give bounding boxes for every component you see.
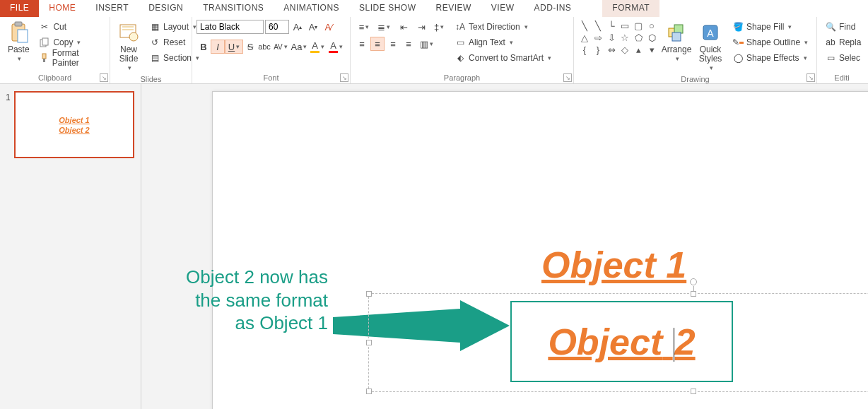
justify-button[interactable]: ≡ [401,37,416,51]
shape-connector[interactable]: └ [605,20,618,31]
shape-effects-button[interactable]: ◯Shape Effects▾ [729,51,811,65]
tab-slideshow[interactable]: SLIDE SHOW [349,0,426,17]
group-label-paragraph: Paragraph [355,72,569,82]
resize-handle-bl[interactable] [366,389,372,394]
clear-format-button[interactable]: A⁄ [322,20,336,34]
quick-styles-button[interactable]: A Quick Styles▾ [695,20,726,73]
align-center-button[interactable]: ≡ [370,37,385,51]
shadow-button[interactable]: abc [257,40,271,54]
format-painter-button[interactable]: Format Painter [35,51,105,65]
tab-view[interactable]: VIEW [481,0,524,17]
shape-oval[interactable]: ○ [645,20,658,31]
tab-addins[interactable]: ADD-INS [524,0,581,17]
replace-label: Repla [839,37,861,47]
underline-button[interactable]: U▾ [225,40,243,54]
slide-thumbnail-1[interactable]: 1 Object 1 Object 2 [14,91,134,158]
tab-insert[interactable]: INSERT [86,0,139,17]
paragraph-launcher[interactable]: ↘ [563,73,572,82]
object-2-text[interactable]: Object 2 [548,321,695,363]
rotate-handle[interactable] [690,278,697,285]
arrange-button[interactable]: Arrange▾ [661,20,692,64]
shape-rounded[interactable]: ▢ [632,20,645,31]
numbering-button[interactable]: ≣▾ [375,20,393,34]
shape-arrow-right[interactable]: ⇨ [592,32,604,43]
strikethrough-button[interactable]: S [243,40,257,54]
drawing-launcher[interactable]: ↘ [807,73,815,82]
shape-fill-button[interactable]: 🪣Shape Fill▾ [729,20,811,34]
annotation-line1: Object 2 now has [141,266,328,289]
shape-outline-button[interactable]: ✎Shape Outline▾ [729,35,811,49]
highlight-button[interactable]: A▾ [308,40,327,54]
paste-button[interactable]: Paste ▾ [4,20,33,64]
shape-line[interactable]: ╲ [578,20,591,31]
resize-handle-tm[interactable] [691,291,696,297]
bullets-button[interactable]: ≡▾ [355,20,373,34]
object-1-text[interactable]: Object 1 [541,244,686,286]
tab-file[interactable]: FILE [0,0,39,17]
bold-button[interactable]: B [197,40,211,54]
new-slide-button[interactable]: New Slide ▾ [115,20,143,73]
align-left-button[interactable]: ≡ [355,37,369,51]
shape-star[interactable]: ☆ [618,32,631,43]
object-2-box[interactable]: Object 2 [510,301,733,382]
change-case-button[interactable]: Aa▾ [290,40,308,54]
decrease-indent-button[interactable]: ⇤ [394,20,413,34]
tab-home[interactable]: HOME [39,0,86,17]
tab-format[interactable]: FORMAT [602,0,659,17]
shape-arrow-down[interactable]: ⇩ [605,32,618,43]
char-spacing-button[interactable]: AV▾ [271,40,290,54]
columns-button[interactable]: ▥▾ [417,37,435,51]
shape-line-arrow[interactable]: ╲ [592,20,604,31]
resize-handle-ml[interactable] [366,340,372,345]
smartart-button[interactable]: ⬖Convert to SmartArt▾ [451,51,555,65]
increase-indent-button[interactable]: ⇥ [414,20,428,34]
reset-label: Reset [163,37,185,47]
new-slide-label: New Slide [119,45,139,64]
resize-handle-tl[interactable] [366,291,372,297]
italic-button[interactable]: I [211,40,225,54]
text-direction-button[interactable]: ↕AText Direction▾ [451,20,555,34]
copy-button[interactable]: Copy ▾ [35,35,105,49]
svg-rect-10 [674,25,683,33]
text-cursor [674,328,674,362]
cut-button[interactable]: ✂ Cut [35,20,105,34]
slide[interactable]: Object 2 now has the same format as Obje… [212,91,868,409]
clipboard-launcher[interactable]: ↘ [100,73,108,82]
replace-button[interactable]: abRepla [821,35,864,49]
font-name-input[interactable] [197,20,264,34]
slide-canvas[interactable]: Object 2 now has the same format as Obje… [141,84,868,409]
shape-brace2[interactable]: } [592,44,604,55]
shape-arrow-lr[interactable]: ⇔ [605,44,618,55]
align-text-button[interactable]: ▭Align Text▾ [451,35,555,49]
font-color-button[interactable]: A▾ [327,40,345,54]
align-right-button[interactable]: ≡ [386,37,400,51]
grow-font-button[interactable]: A▴ [291,20,305,34]
shapes-more[interactable]: ▾ [645,44,658,55]
scissors-icon: ✂ [39,21,50,32]
select-button[interactable]: ▭Selec [821,51,864,65]
shrink-font-button[interactable]: A▾ [306,20,320,34]
tab-review[interactable]: REVIEW [426,0,481,17]
resize-handle-bm[interactable] [691,389,696,394]
font-size-input[interactable] [265,20,289,34]
find-button[interactable]: 🔍Find [821,20,864,34]
tab-transitions[interactable]: TRANSITIONS [193,0,274,17]
thumbnail-pane[interactable]: 1 Object 1 Object 2 [0,84,141,409]
shape-triangle[interactable]: △ [578,32,591,43]
shape-outline-label: Shape Outline [746,37,800,47]
quick-styles-icon: A [699,21,722,44]
textbox-selection[interactable]: Object 2 [368,293,868,392]
paste-label: Paste [8,45,30,54]
tab-animations[interactable]: ANIMATIONS [274,0,349,17]
annotation-text: Object 2 now has the same format as Obje… [141,266,328,335]
shape-callout[interactable]: ◇ [618,44,631,55]
tab-design[interactable]: DESIGN [139,0,193,17]
shape-brace[interactable]: { [578,44,591,55]
shape-pentagon[interactable]: ⬠ [632,32,645,43]
font-launcher[interactable]: ↘ [340,73,348,82]
shape-rect[interactable]: ▭ [618,20,631,31]
line-spacing-button[interactable]: ‡▾ [430,20,448,34]
shape-hexagon[interactable]: ⬡ [645,32,658,43]
shapes-up[interactable]: ▴ [632,44,645,55]
shapes-gallery[interactable]: ╲ ╲ └ ▭ ▢ ○ △ ⇨ ⇩ ☆ ⬠ ⬡ { } ⇔ ◇ ▴ [578,20,658,55]
